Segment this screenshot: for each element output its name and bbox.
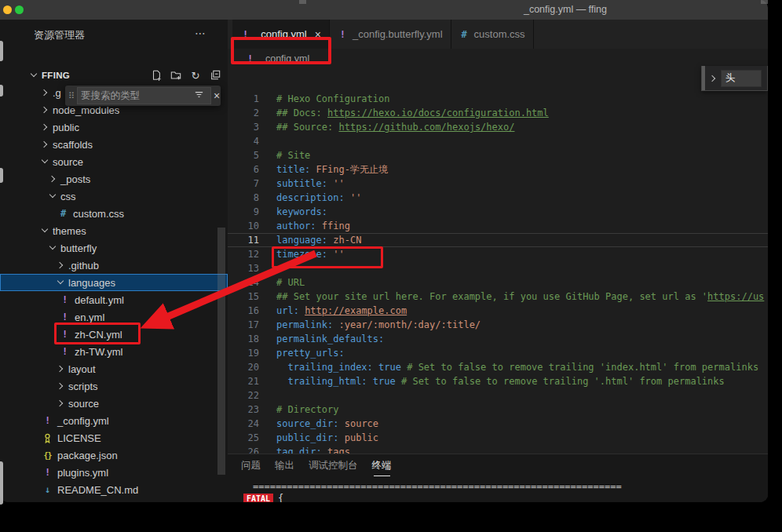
sidebar-scrollbar[interactable] (217, 228, 225, 475)
workspace-root-label: FFING (42, 71, 70, 80)
tab-_config.butterfly.yml[interactable]: !_config.butterfly.yml (330, 20, 451, 49)
code-line-6[interactable]: 6title: FFing-学无止境 (228, 162, 768, 177)
tree-item-label: themes (53, 225, 86, 237)
tree-item-label: custom.css (73, 208, 124, 220)
minimize-button[interactable] (3, 5, 12, 14)
tree-item-scripts[interactable]: scripts (0, 377, 228, 395)
css-file-icon: # (58, 208, 68, 219)
chevron-down-icon (30, 71, 38, 79)
collapse-all-button[interactable] (209, 69, 221, 82)
code-line-20[interactable]: 20 trailing_index: true # Set to false t… (228, 360, 768, 374)
new-folder-button[interactable] (170, 69, 182, 82)
code-line-21[interactable]: 21 trailing_html: true # Set to false to… (228, 374, 768, 388)
tree-item-layout[interactable]: layout (0, 360, 228, 377)
tree-item-en.yml[interactable]: !en.yml (0, 308, 228, 326)
panel-tab-调试控制台[interactable]: 调试控制台 (309, 459, 358, 476)
find-widget-sash[interactable] (702, 66, 705, 90)
line-number: 26 (228, 445, 259, 454)
more-actions-icon[interactable]: ⋯ (195, 27, 206, 39)
cutoff-activitybar-icon (0, 41, 3, 61)
tree-search-input[interactable] (77, 87, 211, 104)
code-line-3[interactable]: 3## Source: https://github.com/hexojs/he… (228, 120, 768, 134)
new-file-button[interactable] (150, 69, 163, 82)
window-title: _config.yml — ffing (502, 4, 628, 15)
tree-item-_posts[interactable]: _posts (0, 170, 228, 188)
code-line-24[interactable]: 24source_dir: source (228, 417, 768, 431)
tree-item-label: css (60, 191, 76, 202)
code-line-5[interactable]: 5# Site (228, 148, 768, 162)
tree-item-readme_cn.md[interactable]: ↓README_CN.md (0, 481, 228, 498)
drag-handle-icon[interactable]: ⠿ (68, 91, 75, 101)
zoom-button[interactable] (15, 5, 24, 14)
chevron-right-icon[interactable] (709, 75, 717, 82)
license-file-icon (42, 433, 53, 443)
tree-item-zh-cn.yml[interactable]: !zh-CN.yml (0, 326, 228, 343)
tree-item-languages[interactable]: languages (0, 274, 228, 291)
line-number: 1 (228, 92, 259, 106)
tree-item-source[interactable]: source (0, 395, 228, 412)
line-number: 8 (228, 191, 259, 205)
code-area[interactable]: 1# Hexo Configuration2## Docs: https://h… (228, 92, 768, 454)
code-line-19[interactable]: 19pretty_urls: (228, 346, 768, 360)
tree-item-label: layout (68, 363, 96, 375)
code-line-10[interactable]: 10author: ffing (228, 219, 768, 233)
titlebar[interactable]: _config.yml — ffing (0, 0, 768, 20)
panel-tab-输出[interactable]: 输出 (275, 459, 294, 476)
code-line-25[interactable]: 25public_dir: public (228, 431, 768, 445)
code-line-26[interactable]: 26tag_dir: tags (228, 445, 768, 454)
tree-item-custom.css[interactable]: #custom.css (0, 205, 228, 222)
code-line-12[interactable]: 12timezone: '' (228, 247, 768, 261)
tab-_config.yml[interactable]: !_config.yml× (232, 20, 330, 49)
tree-item-_config.yml[interactable]: !_config.yml (0, 412, 228, 429)
tree-item-css[interactable]: css (0, 188, 228, 205)
code-line-22[interactable]: 22 (228, 388, 768, 403)
code-line-23[interactable]: 23# Directory (228, 403, 768, 417)
chevron-right-icon (57, 365, 64, 373)
code-line-9[interactable]: 9keywords: (228, 205, 768, 219)
tree-item-label: butterfly (60, 242, 97, 254)
tree-item-source[interactable]: source (0, 153, 228, 170)
refresh-button[interactable]: ↻ (189, 69, 202, 82)
tree-item-default.yml[interactable]: !default.yml (0, 291, 228, 308)
tree-item-package.json[interactable]: {}package.json (0, 446, 228, 464)
find-input[interactable] (721, 70, 762, 87)
chevron-right-icon (49, 175, 57, 183)
line-number: 9 (228, 205, 259, 219)
code-line-17[interactable]: 17permalink: :year/:month/:day/:title/ (228, 318, 768, 332)
code-line-14[interactable]: 14# URL (228, 275, 768, 290)
code-line-4[interactable]: 4 (228, 134, 768, 148)
tree-item-themes[interactable]: themes (0, 222, 228, 239)
code-line-11[interactable]: 11language: zh-CN (228, 233, 768, 247)
tree-item-.github[interactable]: .github (0, 257, 228, 274)
panel-tab-问题[interactable]: 问题 (241, 459, 261, 476)
panel-tab-终端[interactable]: 终端 (372, 459, 392, 476)
line-number: 19 (228, 346, 259, 360)
workspace-root-row[interactable]: FFING ↻ (0, 67, 228, 84)
filter-icon[interactable] (194, 89, 204, 103)
tree-item-public[interactable]: public (0, 118, 228, 136)
tree-item-butterfly[interactable]: butterfly (0, 239, 228, 257)
close-icon[interactable]: × (315, 28, 321, 41)
tree-item-scaffolds[interactable]: scaffolds (0, 136, 228, 153)
tree-item-label: README_CN.md (57, 484, 138, 496)
code-line-13[interactable]: 13 (228, 261, 768, 275)
editor-group: !_config.yml×!_config.butterfly.yml#cust… (228, 20, 768, 502)
code-line-15[interactable]: 15## Set your site url here. For example… (228, 290, 768, 304)
line-text: public_dir: public (259, 431, 768, 445)
code-line-1[interactable]: 1# Hexo Configuration (228, 92, 768, 106)
tree-item-label: languages (68, 277, 115, 289)
tree-item-plugins.yml[interactable]: !plugins.yml (0, 464, 228, 481)
tree-item-readme.md[interactable]: ⓘREADME.md (0, 498, 228, 502)
code-line-8[interactable]: 8description: '' (228, 191, 768, 205)
code-line-7[interactable]: 7subtitle: '' (228, 177, 768, 191)
tab-custom.css[interactable]: #custom.css (451, 20, 534, 49)
tree-item-label: public (53, 122, 79, 133)
tree-item-license[interactable]: LICENSE (0, 429, 228, 446)
code-line-16[interactable]: 16url: http://example.com (228, 304, 768, 318)
breadcrumb[interactable]: ! _config.yml (228, 49, 768, 69)
close-icon[interactable]: × (214, 89, 220, 102)
tree-item-zh-tw.yml[interactable]: !zh-TW.yml (0, 343, 228, 360)
tree-item-label: LICENSE (57, 432, 101, 444)
code-line-18[interactable]: 18permalink_defaults: (228, 332, 768, 346)
code-line-2[interactable]: 2## Docs: https://hexo.io/docs/configura… (228, 106, 768, 120)
